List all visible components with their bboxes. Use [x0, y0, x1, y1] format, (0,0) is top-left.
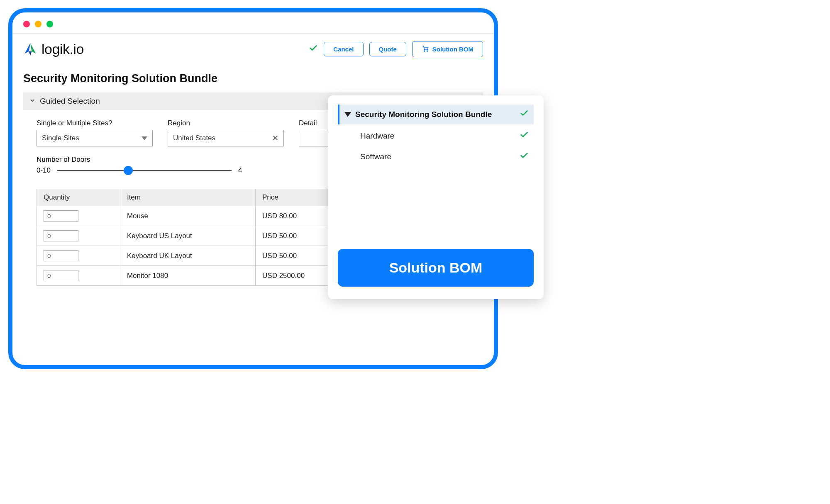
sites-field: Single or Multiple Sites? Single Sites — [37, 119, 153, 146]
cart-icon — [422, 45, 429, 54]
logo-arrow-icon — [23, 42, 37, 56]
section-label: Guided Selection — [40, 97, 100, 106]
solution-bom-button[interactable]: Solution BOM — [412, 41, 483, 57]
detail-input[interactable] — [299, 130, 332, 146]
col-item: Item — [120, 189, 255, 206]
app-window: logik.io Cancel Quote Solution BOM Secur… — [8, 8, 498, 369]
cancel-button[interactable]: Cancel — [324, 42, 363, 56]
qty-input[interactable] — [44, 230, 78, 241]
caret-down-icon — [142, 136, 147, 140]
check-icon — [520, 151, 529, 163]
item-cell: Keyboard US Layout — [120, 226, 255, 246]
qty-input[interactable] — [44, 270, 78, 281]
bom-item[interactable]: Hardware — [338, 124, 534, 145]
svg-point-4 — [427, 51, 427, 51]
table-row: MouseUSD 80.00 — [37, 206, 352, 226]
check-icon — [309, 44, 318, 55]
triangle-down-icon — [344, 112, 351, 117]
header-actions: Cancel Quote Solution BOM — [309, 41, 483, 57]
col-qty: Quantity — [37, 189, 120, 206]
region-label: Region — [168, 119, 284, 127]
item-cell: Mouse — [120, 206, 255, 226]
bom-header[interactable]: Security Monitoring Solution Bundle — [338, 105, 534, 124]
table-row: Keyboard UK LayoutUSD 50.00 — [37, 246, 352, 266]
close-dot[interactable] — [23, 21, 30, 27]
region-input[interactable]: United States ✕ — [168, 130, 284, 146]
svg-point-3 — [424, 51, 425, 51]
doors-value: 4 — [238, 166, 242, 175]
solution-bom-cta[interactable]: Solution BOM — [338, 249, 534, 287]
item-cell: Keyboard UK Layout — [120, 246, 255, 266]
sites-select[interactable]: Single Sites — [37, 130, 153, 146]
region-field: Region United States ✕ — [168, 119, 284, 146]
app-header: logik.io Cancel Quote Solution BOM — [12, 34, 494, 62]
bom-panel: Security Monitoring Solution Bundle Hard… — [328, 95, 544, 299]
items-table: Quantity Item Price MouseUSD 80.00Keyboa… — [37, 189, 352, 286]
clear-icon[interactable]: ✕ — [272, 134, 278, 143]
quote-button[interactable]: Quote — [369, 42, 406, 56]
item-cell: Monitor 1080 — [120, 266, 255, 286]
window-chrome — [12, 12, 494, 34]
bom-title: Security Monitoring Solution Bundle — [355, 110, 515, 119]
detail-label: Detail — [299, 119, 332, 127]
detail-field: Detail — [299, 119, 332, 146]
maximize-dot[interactable] — [46, 21, 53, 27]
qty-input[interactable] — [44, 210, 78, 222]
minimize-dot[interactable] — [35, 21, 42, 27]
doors-slider[interactable] — [57, 170, 232, 171]
doors-range: 0-10 — [37, 166, 51, 175]
svg-marker-2 — [29, 51, 32, 56]
table-row: Monitor 1080USD 2500.00 — [37, 266, 352, 286]
bom-item-label: Software — [360, 152, 391, 161]
check-icon — [520, 109, 529, 120]
sites-label: Single or Multiple Sites? — [37, 119, 153, 127]
chevron-down-icon — [29, 97, 36, 106]
bom-item-label: Hardware — [360, 131, 394, 141]
slider-thumb[interactable] — [124, 166, 133, 175]
bom-item[interactable]: Software — [338, 145, 534, 166]
qty-input[interactable] — [44, 250, 78, 261]
brand-name: logik.io — [42, 41, 84, 57]
check-icon — [520, 130, 529, 142]
brand-logo: logik.io — [23, 41, 300, 57]
table-row: Keyboard US LayoutUSD 50.00 — [37, 226, 352, 246]
page-title: Security Monitoring Solution Bundle — [12, 62, 494, 93]
